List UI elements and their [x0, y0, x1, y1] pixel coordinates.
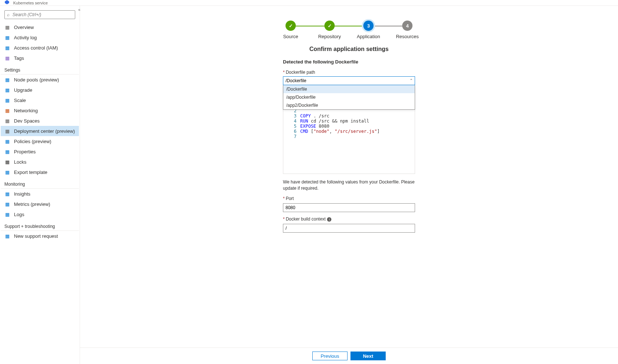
sidebar-item-label: Export template	[14, 170, 47, 175]
sidebar-item-label: Policies (preview)	[14, 139, 51, 144]
sidebar-item-label: New support request	[14, 233, 58, 239]
sidebar-item-overview[interactable]: ▦Overview	[1, 22, 79, 32]
step-connector	[291, 26, 330, 26]
step-label: Resources	[396, 34, 419, 39]
kubernetes-icon	[4, 0, 10, 6]
code-text: COPY . /src	[300, 113, 329, 119]
sidebar-item-label: Deployment center (preview)	[14, 128, 75, 134]
sidebar-item-dev-spaces[interactable]: ▦Dev Spaces	[1, 116, 79, 126]
previous-button[interactable]: Previous	[312, 352, 348, 360]
step-connector	[368, 26, 407, 26]
sidebar-item-export-template[interactable]: ▦Export template	[1, 167, 79, 177]
networking-icon: ▦	[4, 108, 10, 113]
line-number: 6	[283, 129, 300, 134]
sidebar-item-label: Upgrade	[14, 87, 32, 93]
sidebar-item-label: Metrics (preview)	[14, 201, 50, 207]
deployment-center-icon: ▦	[4, 128, 10, 134]
wizard-steps: ✓Source✓Repository3Application4Resources	[221, 21, 477, 39]
nav-section-title: Support + troubleshooting	[1, 222, 79, 231]
sidebar-item-label: Activity log	[14, 35, 37, 40]
properties-icon: ▦	[4, 149, 10, 154]
sidebar-item-activity-log[interactable]: ▦Activity log	[1, 32, 79, 43]
sidebar-item-tags[interactable]: ▦Tags	[1, 53, 79, 63]
info-icon[interactable]: i	[327, 217, 331, 222]
dockerfile-option[interactable]: /Dockerfile	[283, 85, 415, 93]
code-text: RUN cd /src && npm install	[300, 119, 369, 124]
dockerfile-path-dropdown: /Dockerfile/app/Dockerfile/app2/Dockerfi…	[283, 85, 415, 110]
build-context-input[interactable]	[283, 224, 415, 233]
iam-icon: ▦	[4, 45, 10, 51]
new-support-icon: ▦	[4, 233, 10, 239]
code-text: CMD ["node", "/src/server.js"]	[300, 129, 380, 134]
dockerfile-option[interactable]: /app2/Dockerfile	[283, 101, 415, 109]
nav-section-title: Settings	[1, 65, 79, 74]
svg-marker-0	[5, 0, 9, 4]
sidebar-item-label: Access control (IAM)	[14, 45, 58, 51]
sidebar-item-label: Overview	[14, 25, 34, 30]
line-number: 4	[283, 119, 300, 124]
locks-icon: ▦	[4, 159, 10, 165]
sidebar-item-properties[interactable]: ▦Properties	[1, 146, 79, 157]
sidebar-item-locks[interactable]: ▦Locks	[1, 157, 79, 167]
code-line: 3COPY . /src	[283, 113, 415, 119]
sidebar-item-new-support[interactable]: ▦New support request	[1, 231, 79, 241]
help-text: We have detected the following values fr…	[283, 179, 415, 192]
sidebar-item-insights[interactable]: ▦Insights	[1, 189, 79, 199]
sidebar-item-label: Logs	[14, 212, 24, 217]
step-label: Application	[357, 34, 380, 39]
overview-icon: ▦	[4, 24, 10, 30]
sidebar-item-label: Dev Spaces	[14, 118, 40, 124]
service-type-label: Kubernetes service	[13, 1, 48, 5]
step-number: 4	[402, 21, 412, 31]
wizard-step-resources: 4Resources	[388, 21, 427, 39]
search-icon: ⌕	[7, 12, 10, 17]
sidebar-item-label: Node pools (preview)	[14, 77, 59, 83]
dockerfile-option[interactable]: /app/Dockerfile	[283, 93, 415, 101]
port-label: *Port	[283, 196, 415, 201]
page-title: Confirm application settings	[221, 46, 477, 52]
sidebar-item-node-pools[interactable]: ▦Node pools (preview)	[1, 74, 79, 85]
sidebar-item-upgrade[interactable]: ▦Upgrade	[1, 85, 79, 95]
wizard-footer: Previous Next	[80, 347, 618, 364]
step-label: Source	[283, 34, 298, 39]
logs-icon: ▦	[4, 211, 10, 217]
line-number: 7	[283, 134, 300, 139]
code-line: 7	[283, 134, 415, 139]
sidebar-item-scale[interactable]: ▦Scale	[1, 95, 79, 105]
metrics-icon: ▦	[4, 201, 10, 207]
step-label: Repository	[318, 34, 341, 39]
search-input[interactable]	[12, 12, 73, 18]
sidebar-item-label: Scale	[14, 98, 26, 103]
dockerfile-path-combobox[interactable]: ⌃ /Dockerfile/app/Dockerfile/app2/Docker…	[283, 76, 415, 85]
next-button[interactable]: Next	[350, 352, 386, 360]
code-line: 4RUN cd /src && npm install	[283, 119, 415, 124]
code-line: 5EXPOSE 8080	[283, 124, 415, 129]
wizard-step-source[interactable]: ✓Source	[271, 21, 310, 39]
dockerfile-path-input[interactable]	[283, 76, 415, 85]
nav-section-title: Monitoring	[1, 179, 79, 189]
step-number: 3	[363, 21, 374, 31]
line-number: 3	[283, 113, 300, 119]
scale-icon: ▦	[4, 97, 10, 103]
insights-icon: ▦	[4, 191, 10, 197]
wizard-step-repository[interactable]: ✓Repository	[310, 21, 349, 39]
step-connector	[330, 26, 368, 26]
code-text: EXPOSE 8080	[300, 124, 329, 129]
search-input-container[interactable]: ⌕	[4, 10, 75, 19]
code-line: 6CMD ["node", "/src/server.js"]	[283, 129, 415, 134]
sidebar-item-metrics[interactable]: ▦Metrics (preview)	[1, 199, 79, 209]
port-input[interactable]	[283, 203, 415, 212]
sidebar-item-iam[interactable]: ▦Access control (IAM)	[1, 43, 79, 53]
check-icon: ✓	[286, 21, 296, 31]
sidebar-item-policies[interactable]: ▦Policies (preview)	[1, 136, 79, 146]
policies-icon: ▦	[4, 138, 10, 144]
wizard-step-application[interactable]: 3Application	[349, 21, 388, 39]
check-icon: ✓	[324, 21, 335, 31]
sidebar-item-label: Locks	[14, 159, 26, 165]
detected-heading: Detected the following Dockerfile	[283, 59, 415, 65]
sidebar-item-logs[interactable]: ▦Logs	[1, 209, 79, 219]
build-context-label: *Docker build contexti	[283, 216, 415, 222]
dockerfile-code-viewer: 23COPY . /src4RUN cd /src && npm install…	[283, 108, 415, 174]
sidebar-item-networking[interactable]: ▦Networking	[1, 105, 79, 116]
sidebar-item-deployment-center[interactable]: ▦Deployment center (preview)	[1, 126, 79, 136]
